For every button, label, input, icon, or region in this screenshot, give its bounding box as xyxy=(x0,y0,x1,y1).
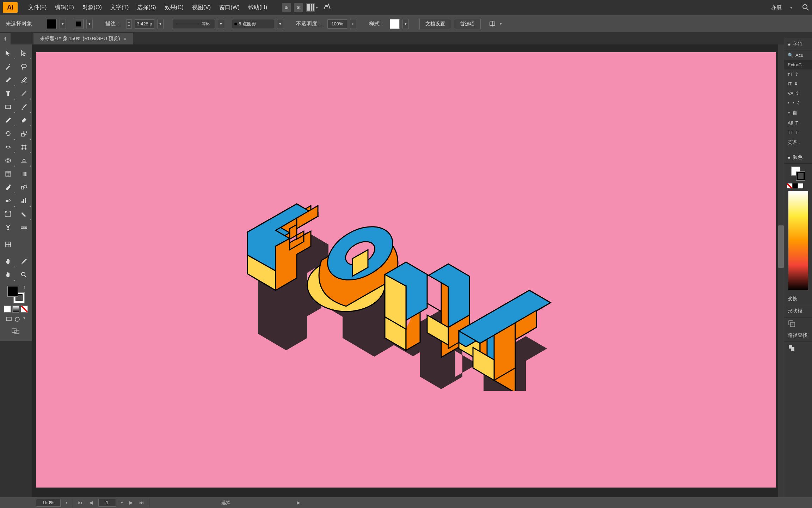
measure-tool[interactable] xyxy=(16,221,32,234)
bridge-icon[interactable]: Br xyxy=(282,3,291,12)
preferences-button[interactable]: 首选项 xyxy=(454,19,481,29)
panel-stroke-swatch[interactable] xyxy=(796,171,805,181)
stroke-swatch[interactable] xyxy=(74,19,84,29)
grid-tool[interactable] xyxy=(0,238,16,251)
page-input[interactable] xyxy=(98,499,116,507)
shape-mode-panel-header[interactable]: 形状模 xyxy=(784,305,812,318)
rectangle-tool[interactable] xyxy=(0,100,16,114)
menu-edit[interactable]: 编辑(E) xyxy=(51,2,78,13)
document-settings-button[interactable]: 文档设置 xyxy=(419,19,451,29)
eyedropper-tool[interactable] xyxy=(0,181,16,194)
gpu-icon[interactable] xyxy=(323,3,331,12)
selection-tool[interactable] xyxy=(0,47,16,60)
pathfinder-unite[interactable] xyxy=(784,318,812,329)
status-menu-icon[interactable]: ▶ xyxy=(295,500,302,506)
prev-page-icon[interactable]: ◀ xyxy=(88,500,94,506)
slice-tool[interactable] xyxy=(16,207,32,221)
curvature-tool[interactable] xyxy=(16,73,32,87)
font-3d-artwork[interactable] xyxy=(226,186,565,391)
scale-row[interactable]: AăT xyxy=(784,118,812,128)
mesh-tool[interactable] xyxy=(0,167,16,181)
menu-window[interactable]: 窗口(W) xyxy=(215,2,244,13)
fill-stroke-swatch[interactable]: ⤵ xyxy=(7,286,25,303)
tab-close-icon[interactable]: × xyxy=(123,36,126,42)
menu-help[interactable]: 帮助(H) xyxy=(244,2,271,13)
document-tab[interactable]: 未标题-1* @ 150% (RGB/GPU 预览) × xyxy=(33,33,133,44)
arrange-dropdown-icon[interactable]: ▼ xyxy=(315,6,319,10)
free-transform-tool[interactable] xyxy=(16,140,32,154)
stock-icon[interactable]: St xyxy=(294,3,303,12)
brush-definition[interactable]: 5 点圆形 xyxy=(232,19,274,29)
color-mode-gradient[interactable] xyxy=(12,306,19,313)
stroke-label[interactable]: 描边： xyxy=(103,20,123,27)
puppet-warp-tool[interactable] xyxy=(0,221,16,234)
screen-modes-icon[interactable] xyxy=(11,328,20,336)
magic-wand-tool[interactable] xyxy=(0,60,16,73)
arrange-icon[interactable] xyxy=(306,3,315,12)
first-page-icon[interactable]: ⏮ xyxy=(77,500,84,506)
search-icon[interactable] xyxy=(802,4,809,11)
scale-tool[interactable] xyxy=(16,127,32,140)
style-dropdown[interactable]: ▼ xyxy=(402,19,409,29)
eraser-tool[interactable] xyxy=(16,114,32,127)
font-style-row[interactable]: ExtraC xyxy=(784,60,812,69)
next-page-icon[interactable]: ▶ xyxy=(128,500,134,506)
workspace-dropdown-icon[interactable]: ▼ xyxy=(789,6,793,10)
rule-tool[interactable] xyxy=(16,255,32,268)
brush-dropdown[interactable]: ▼ xyxy=(277,19,283,29)
screen-mode-icon[interactable] xyxy=(6,316,12,323)
leading-row[interactable]: IT⇕ xyxy=(784,79,812,89)
line-tool[interactable] xyxy=(16,87,32,100)
vscroll-thumb[interactable] xyxy=(778,225,784,268)
shape-builder-tool[interactable] xyxy=(0,154,16,167)
blend-tool[interactable] xyxy=(16,181,32,194)
menu-object[interactable]: 对象(O) xyxy=(78,2,106,13)
zoom-tool[interactable] xyxy=(16,268,32,282)
opacity-dropdown[interactable]: > xyxy=(350,19,356,29)
font-size-row[interactable]: тT⇕ xyxy=(784,69,812,79)
last-page-icon[interactable]: ⏭ xyxy=(139,500,145,506)
align-icon[interactable] xyxy=(488,20,496,28)
kerning-row[interactable]: VA⇕ xyxy=(784,89,812,98)
opacity-input[interactable] xyxy=(327,19,347,29)
align-dropdown-icon[interactable]: ▼ xyxy=(499,22,503,26)
character-panel-header[interactable]: ◆字符 xyxy=(784,38,812,50)
width-tool[interactable] xyxy=(0,140,16,154)
fill-dropdown[interactable]: ▼ xyxy=(60,19,66,29)
perspective-grid-tool[interactable] xyxy=(16,154,32,167)
screen-mode-dropdown-icon[interactable]: ▼ xyxy=(23,316,26,323)
zoom-dropdown-icon[interactable]: ▼ xyxy=(65,501,68,504)
menu-file[interactable]: 文件(F) xyxy=(24,2,51,13)
none-swatch[interactable] xyxy=(787,183,792,188)
color-panel-header[interactable]: ◆颜色 xyxy=(784,151,812,164)
pathfinder-divide[interactable] xyxy=(784,342,812,354)
white-swatch[interactable] xyxy=(798,183,803,188)
page-dropdown-icon[interactable]: ▼ xyxy=(120,501,124,504)
menu-view[interactable]: 视图(V) xyxy=(188,2,215,13)
workspace-switcher[interactable]: 亦痕 xyxy=(768,4,785,11)
rotate-tool[interactable] xyxy=(0,127,16,140)
lasso-tool[interactable] xyxy=(16,60,32,73)
baseline-row[interactable]: ≡自 xyxy=(784,108,812,118)
screen-mode-2-icon[interactable] xyxy=(14,316,20,323)
artboard-tool[interactable] xyxy=(0,207,16,221)
swap-colors-icon[interactable]: ⤵ xyxy=(24,285,25,289)
stroke-profile[interactable]: 等比 xyxy=(173,19,215,29)
stroke-weight-input[interactable] xyxy=(135,19,154,29)
profile-dropdown[interactable]: ▼ xyxy=(218,19,224,29)
vertical-scrollbar[interactable] xyxy=(778,44,784,497)
stroke-spinner[interactable]: ▲▼ xyxy=(126,19,132,29)
gradient-tool[interactable] xyxy=(16,167,32,181)
pencil-tool[interactable] xyxy=(0,114,16,127)
symbol-sprayer-tool[interactable] xyxy=(0,194,16,207)
stroke-dropdown[interactable]: ▼ xyxy=(86,19,93,29)
hand-tool[interactable] xyxy=(0,255,16,268)
transform-panel-header[interactable]: 变换 xyxy=(784,293,812,305)
type-tool[interactable] xyxy=(0,87,16,100)
zoom-input[interactable] xyxy=(36,499,61,507)
menu-text[interactable]: 文字(T) xyxy=(106,2,133,13)
direct-selection-tool[interactable] xyxy=(16,47,32,60)
opacity-label[interactable]: 不透明度： xyxy=(294,20,325,27)
style-swatch[interactable] xyxy=(390,19,400,29)
pen-tool[interactable] xyxy=(0,73,16,87)
